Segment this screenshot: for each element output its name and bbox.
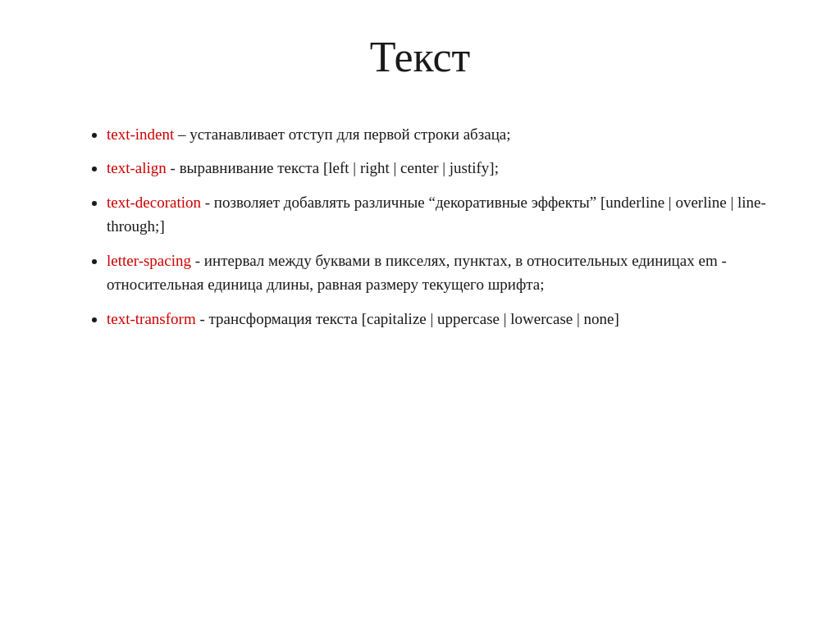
list-item: text-align - выравнивание текста [left |… (107, 156, 774, 180)
separator-4: - (196, 310, 209, 327)
description-1: выравнивание текста [left | right | cent… (180, 159, 499, 176)
list-item: text-decoration - позволяет добавлять ра… (107, 190, 774, 239)
keyword-text-decoration: text-decoration (107, 194, 201, 211)
separator-0: – (174, 126, 189, 143)
list-item: text-indent – устанавливает отступ для п… (107, 122, 774, 146)
page-title: Текст (66, 33, 774, 81)
keyword-text-indent: text-indent (107, 126, 174, 143)
separator-2: - (201, 194, 214, 211)
list-item: letter-spacing - интервал между буквами … (107, 249, 774, 297)
keyword-text-transform: text-transform (107, 310, 196, 327)
separator-3: - (191, 252, 204, 269)
page: Текст text-indent – устанавливает отступ… (0, 0, 840, 630)
description-4: трансформация текста [capitalize | upper… (209, 310, 619, 327)
keyword-text-align: text-align (107, 159, 167, 176)
description-0: устанавливает отступ для первой строки а… (189, 126, 510, 143)
properties-list: text-indent – устанавливает отступ для п… (82, 122, 774, 331)
keyword-letter-spacing: letter-spacing (107, 252, 191, 269)
separator-1: - (167, 159, 180, 176)
content-area: text-indent – устанавливает отступ для п… (66, 122, 774, 331)
list-item: text-transform - трансформация текста [c… (107, 307, 774, 331)
